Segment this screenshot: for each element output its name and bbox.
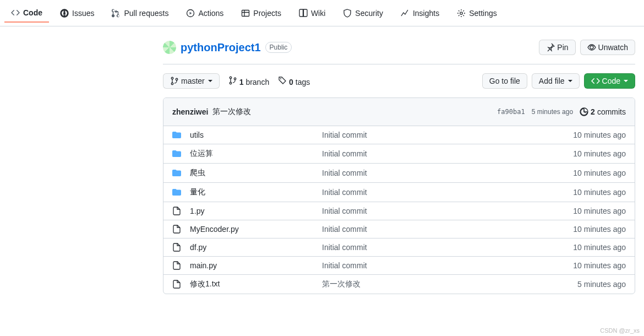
file-row: utilsInitial commit10 minutes ago: [163, 126, 635, 144]
tab-issues[interactable]: Issues: [53, 4, 101, 22]
file-commit-time: 10 minutes ago: [573, 225, 626, 234]
caret-down-icon: [624, 80, 628, 82]
table-icon: [241, 9, 250, 18]
file-row: main.pyInitial commit10 minutes ago: [163, 257, 635, 275]
file-row: df.pyInitial commit10 minutes ago: [163, 239, 635, 257]
file-commit-time: 10 minutes ago: [573, 243, 626, 252]
file-toolbar: master 1 branch 0 tags Go to file Add fi…: [163, 73, 635, 89]
file-icon: [172, 261, 181, 270]
file-commit-message[interactable]: 第一次修改: [322, 279, 577, 289]
tab-insights[interactable]: Insights: [394, 4, 446, 22]
pin-label: Pin: [557, 43, 568, 52]
code-label: Code: [602, 77, 620, 85]
tab-actions[interactable]: Actions: [179, 4, 230, 22]
file-listing: zhenziwei 第一次修改 fa90ba1 5 minutes ago 2 …: [163, 97, 635, 294]
tab-projects[interactable]: Projects: [234, 4, 288, 22]
file-row: 1.pyInitial commit10 minutes ago: [163, 202, 635, 220]
file-commit-message[interactable]: Initial commit: [322, 261, 573, 270]
tab-wiki[interactable]: Wiki: [292, 4, 332, 22]
file-row: 修改1.txt第一次修改5 minutes ago: [163, 275, 635, 294]
file-commit-message[interactable]: Initial commit: [322, 225, 573, 234]
caret-down-icon: [568, 80, 572, 82]
go-to-file-button[interactable]: Go to file: [482, 73, 527, 89]
repo-name[interactable]: pythonProject1: [181, 41, 261, 54]
eye-icon: [587, 43, 596, 52]
pull-request-icon: [112, 9, 121, 18]
file-icon: [172, 207, 181, 215]
file-commit-message[interactable]: Initial commit: [322, 188, 573, 197]
file-commit-time: 10 minutes ago: [573, 188, 626, 197]
file-name-link[interactable]: 爬虫: [190, 168, 205, 177]
tags-link[interactable]: 0 tags: [278, 76, 310, 86]
tab-insights-label: Insights: [413, 9, 439, 18]
book-icon: [299, 9, 308, 18]
commits-count-label: commits: [597, 107, 626, 116]
branch-icon: [228, 76, 237, 85]
file-commit-message[interactable]: Initial commit: [322, 149, 573, 158]
tab-wiki-label: Wiki: [311, 9, 325, 18]
folder-icon: [172, 131, 181, 139]
code-button[interactable]: Code: [584, 73, 635, 89]
tab-code[interactable]: Code: [4, 4, 49, 23]
file-commit-time: 10 minutes ago: [573, 169, 626, 177]
unwatch-button[interactable]: Unwatch: [580, 40, 635, 55]
file-name-link[interactable]: df.py: [190, 243, 206, 252]
file-name-link[interactable]: 量化: [190, 187, 205, 196]
commit-author[interactable]: zhenziwei: [172, 107, 208, 116]
gear-icon: [457, 9, 466, 18]
file-commit-message[interactable]: Initial commit: [322, 131, 573, 139]
branch-selector[interactable]: master: [163, 73, 220, 89]
latest-commit-bar: zhenziwei 第一次修改 fa90ba1 5 minutes ago 2 …: [163, 98, 635, 126]
caret-down-icon: [208, 80, 212, 82]
file-commit-message[interactable]: Initial commit: [322, 207, 573, 215]
file-commit-time: 5 minutes ago: [577, 280, 626, 289]
tab-projects-label: Projects: [253, 9, 281, 18]
file-name-link[interactable]: MyEncoder.py: [190, 225, 239, 234]
code-icon: [11, 8, 20, 17]
folder-icon: [172, 188, 181, 197]
repo-avatar-icon: [163, 41, 176, 54]
file-name-link[interactable]: 1.py: [190, 207, 204, 215]
file-commit-time: 10 minutes ago: [573, 261, 626, 270]
tab-pulls[interactable]: Pull requests: [105, 4, 175, 22]
tag-count-label: tags: [296, 78, 310, 86]
visibility-badge: Public: [265, 42, 292, 53]
file-commit-message[interactable]: Initial commit: [322, 243, 573, 252]
tab-issues-label: Issues: [72, 9, 94, 18]
code-icon: [591, 77, 600, 85]
issue-icon: [60, 9, 69, 18]
play-icon: [186, 9, 195, 18]
branch-count-label: branch: [245, 78, 269, 86]
file-name-link[interactable]: utils: [190, 131, 204, 139]
folder-icon: [172, 149, 181, 158]
file-row: MyEncoder.pyInitial commit10 minutes ago: [163, 220, 635, 239]
file-row: 位运算Initial commit10 minutes ago: [163, 144, 635, 164]
unwatch-label: Unwatch: [598, 43, 628, 52]
repo-nav: Code Issues Pull requests Actions Projec…: [0, 0, 644, 26]
pin-icon: [546, 43, 555, 52]
tab-settings-label: Settings: [469, 9, 497, 18]
tab-code-label: Code: [23, 8, 42, 17]
file-name-link[interactable]: main.py: [190, 261, 217, 270]
commit-message[interactable]: 第一次修改: [212, 107, 251, 117]
branch-name: master: [181, 77, 205, 85]
shield-icon: [343, 9, 352, 18]
branch-icon: [170, 77, 179, 85]
file-name-link[interactable]: 位运算: [190, 149, 213, 158]
file-commit-message[interactable]: Initial commit: [322, 169, 573, 177]
commit-sha[interactable]: fa90ba1: [497, 108, 525, 116]
file-row: 爬虫Initial commit10 minutes ago: [163, 164, 635, 183]
commits-link[interactable]: 2 commits: [580, 107, 626, 116]
file-icon: [172, 280, 181, 289]
add-file-label: Add file: [539, 77, 565, 85]
file-commit-time: 10 minutes ago: [573, 149, 626, 158]
file-commit-time: 10 minutes ago: [573, 207, 626, 215]
tab-settings[interactable]: Settings: [450, 4, 504, 22]
file-commit-time: 10 minutes ago: [573, 131, 626, 139]
folder-icon: [172, 169, 181, 177]
branches-link[interactable]: 1 branch: [228, 76, 269, 86]
file-name-link[interactable]: 修改1.txt: [190, 279, 220, 288]
tab-security[interactable]: Security: [336, 4, 390, 22]
pin-button[interactable]: Pin: [539, 40, 575, 55]
add-file-button[interactable]: Add file: [532, 73, 580, 89]
